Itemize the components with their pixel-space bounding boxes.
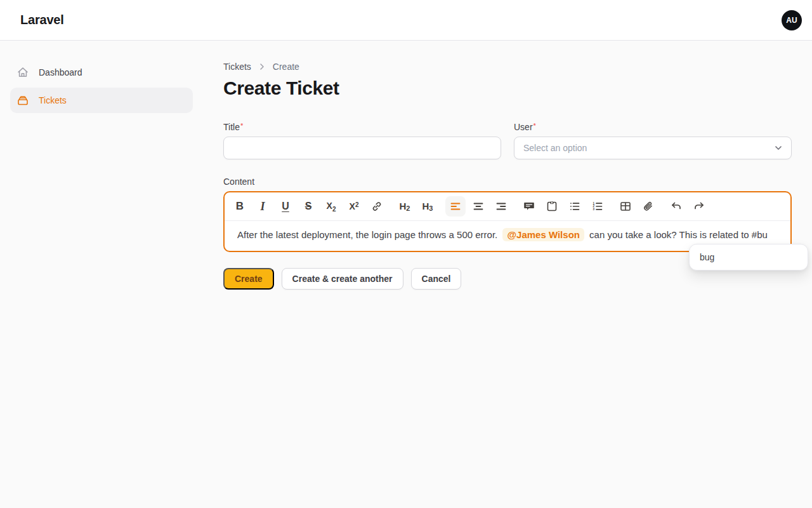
align-left-icon[interactable] bbox=[445, 196, 466, 217]
brand-logo[interactable]: Laravel bbox=[20, 13, 64, 27]
sidebar: Dashboard Tickets bbox=[0, 41, 203, 507]
editor-text-after: can you take a look? This is related to … bbox=[587, 229, 768, 240]
heading3-icon[interactable]: H3 bbox=[417, 196, 438, 217]
editor-toolbar: B I U S X2 X2 bbox=[225, 192, 790, 221]
sidebar-item-label: Tickets bbox=[39, 95, 67, 105]
ordered-list-icon[interactable]: 1 2 3 bbox=[587, 196, 608, 217]
title-field-group: Title* bbox=[223, 122, 501, 159]
breadcrumb: Tickets Create bbox=[223, 62, 792, 72]
rich-text-editor: B I U S X2 X2 bbox=[223, 191, 792, 252]
cancel-button[interactable]: Cancel bbox=[411, 268, 462, 290]
form-actions: Create Create & create another Cancel bbox=[223, 268, 792, 290]
topbar: Laravel AU bbox=[0, 0, 812, 41]
attachment-icon[interactable] bbox=[638, 196, 658, 217]
required-asterisk: * bbox=[240, 122, 243, 130]
chevron-right-icon bbox=[258, 62, 266, 71]
italic-icon[interactable]: I bbox=[252, 196, 273, 217]
title-input[interactable] bbox=[223, 137, 501, 159]
editor-text-before: After the latest deployment, the login p… bbox=[237, 229, 500, 240]
bullet-list-icon[interactable] bbox=[565, 196, 585, 217]
chevron-down-icon bbox=[773, 143, 783, 153]
required-asterisk: * bbox=[534, 122, 536, 130]
user-avatar[interactable]: AU bbox=[782, 10, 802, 30]
home-icon bbox=[16, 66, 29, 79]
content-label: Content bbox=[223, 177, 792, 187]
breadcrumb-create: Create bbox=[273, 62, 299, 72]
bold-icon[interactable]: B bbox=[230, 196, 250, 217]
user-label: User* bbox=[514, 122, 792, 132]
hashtag-suggestion-popup: bug bbox=[689, 244, 808, 271]
main-content: Tickets Create Create Ticket Title* User… bbox=[203, 41, 812, 507]
strikethrough-icon[interactable]: S bbox=[298, 196, 318, 217]
align-right-icon[interactable] bbox=[491, 196, 511, 217]
title-label: Title* bbox=[223, 122, 501, 132]
user-select-placeholder: Select an option bbox=[523, 143, 587, 153]
heading2-icon[interactable]: H2 bbox=[395, 196, 415, 217]
breadcrumb-tickets[interactable]: Tickets bbox=[223, 62, 251, 72]
mention-chip[interactable]: @James Wilson bbox=[502, 228, 584, 241]
suggestion-item-bug[interactable]: bug bbox=[700, 252, 797, 262]
create-button[interactable]: Create bbox=[223, 268, 274, 290]
user-field-group: User* Select an option bbox=[514, 122, 792, 159]
svg-text:3: 3 bbox=[593, 208, 595, 211]
create-another-button[interactable]: Create & create another bbox=[282, 268, 403, 290]
redo-icon[interactable] bbox=[689, 196, 709, 217]
sidebar-item-dashboard[interactable]: Dashboard bbox=[10, 60, 193, 85]
superscript-icon[interactable]: X2 bbox=[344, 196, 364, 217]
link-icon[interactable] bbox=[367, 196, 387, 217]
subscript-icon[interactable]: X2 bbox=[321, 196, 341, 217]
blockquote-icon[interactable] bbox=[519, 196, 539, 217]
user-select[interactable]: Select an option bbox=[514, 137, 792, 159]
code-block-icon[interactable] bbox=[542, 196, 562, 217]
content-field-group: Content B I U S X2 X2 bbox=[223, 177, 792, 252]
undo-icon[interactable] bbox=[666, 196, 686, 217]
align-center-icon[interactable] bbox=[468, 196, 488, 217]
underline-icon[interactable]: U bbox=[275, 196, 296, 217]
page-title: Create Ticket bbox=[223, 77, 792, 99]
table-icon[interactable] bbox=[615, 196, 636, 217]
sidebar-item-label: Dashboard bbox=[39, 67, 82, 77]
sidebar-item-tickets[interactable]: Tickets bbox=[10, 88, 193, 113]
ticket-icon bbox=[16, 94, 29, 107]
